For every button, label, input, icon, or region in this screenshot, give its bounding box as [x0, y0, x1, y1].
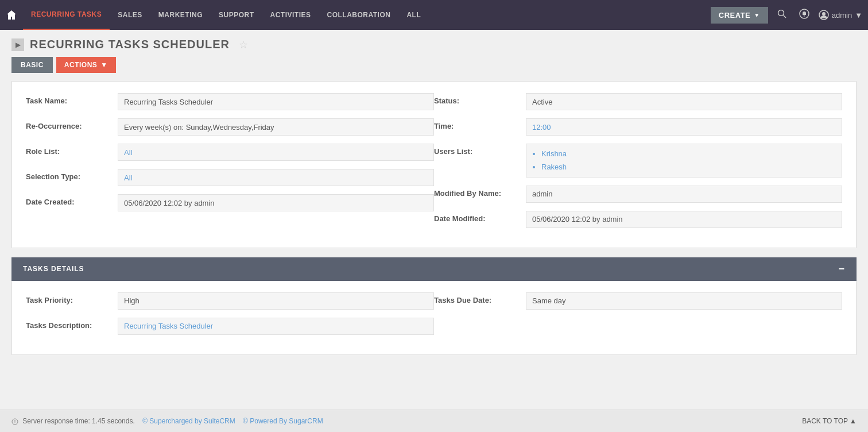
button-bar: BASIC ACTIONS ▼: [0, 57, 868, 81]
date-modified-row: Date Modified: 05/06/2020 12:02 by admin: [434, 211, 842, 228]
create-label: CREATE: [719, 11, 750, 20]
date-created-label: Date Created:: [26, 194, 118, 206]
time-value: 12:00: [526, 118, 842, 136]
date-created-value: 05/06/2020 12:02 by admin: [118, 194, 434, 211]
user-rakesh[interactable]: Rakesh: [541, 160, 836, 173]
task-priority-row: Task Priority: High: [26, 292, 434, 310]
play-button[interactable]: ▶: [11, 38, 24, 51]
page-title-bar: ▶ RECURRING TASKS SCHEDULER ☆: [0, 30, 868, 57]
time-label: Time:: [434, 118, 526, 130]
task-name-label: Task Name:: [26, 93, 118, 105]
actions-button[interactable]: ACTIONS ▼: [56, 57, 116, 73]
svg-rect-3: [803, 16, 805, 17]
nav-item-support[interactable]: SUPPORT: [211, 0, 262, 30]
right-column: Status: Active Time: 12:00 Users List: K…: [434, 93, 842, 236]
date-modified-label: Date Modified:: [434, 211, 526, 223]
role-list-value: All: [118, 144, 434, 161]
status-row: Status: Active: [434, 93, 842, 110]
user-krishna[interactable]: Krishna: [541, 147, 836, 160]
tasks-due-date-value: Same day: [526, 292, 842, 310]
user-dropdown-arrow: ▼: [855, 11, 862, 20]
task-priority-value: High: [118, 292, 434, 310]
reoccurrence-row: Re-Occurrence: Every week(s) on: Sunday,…: [26, 118, 434, 136]
task-name-row: Task Name: Recurring Tasks Scheduler: [26, 93, 434, 110]
users-list-value: Krishna Rakesh: [526, 144, 842, 178]
status-value: Active: [526, 93, 842, 110]
create-button[interactable]: CREATE ▼: [711, 7, 768, 24]
tasks-details-card: Task Priority: High Tasks Description: R…: [11, 281, 857, 355]
tasks-description-label: Tasks Description:: [26, 318, 118, 330]
tasks-fields-grid: Task Priority: High Tasks Description: R…: [26, 292, 842, 343]
status-label: Status:: [434, 93, 526, 105]
basic-button[interactable]: BASIC: [11, 57, 53, 73]
search-icon[interactable]: [774, 7, 790, 23]
fields-grid: Task Name: Recurring Tasks Scheduler Re-…: [26, 93, 842, 236]
create-dropdown-arrow: ▼: [754, 12, 760, 18]
nav-item-activities[interactable]: ACTIVITIES: [262, 0, 319, 30]
role-list-label: Role List:: [26, 144, 118, 156]
reoccurrence-value: Every week(s) on: Sunday,Wednesday,Frida…: [118, 118, 434, 136]
svg-point-0: [778, 10, 784, 16]
task-name-value: Recurring Tasks Scheduler: [118, 93, 434, 110]
main-info-card: Task Name: Recurring Tasks Scheduler Re-…: [11, 81, 857, 248]
page-title: RECURRING TASKS SCHEDULER: [30, 38, 230, 51]
users-list-row: Users List: Krishna Rakesh: [434, 144, 842, 178]
tasks-right-column: Tasks Due Date: Same day: [434, 292, 842, 343]
admin-label: admin: [832, 11, 852, 20]
nav-item-sales[interactable]: SALES: [110, 0, 150, 30]
nav-item-collaboration[interactable]: COLLABORATION: [319, 0, 399, 30]
tasks-details-title: TASKS DETAILS: [23, 265, 84, 273]
nav-item-marketing[interactable]: MARKETING: [150, 0, 211, 30]
tasks-left-column: Task Priority: High Tasks Description: R…: [26, 292, 434, 343]
user-menu[interactable]: admin ▼: [819, 10, 862, 20]
tasks-due-date-row: Tasks Due Date: Same day: [434, 292, 842, 310]
time-row: Time: 12:00: [434, 118, 842, 136]
nav-item-all[interactable]: ALL: [398, 0, 429, 30]
page-content: ▶ RECURRING TASKS SCHEDULER ☆ BASIC ACTI…: [0, 30, 868, 376]
date-modified-value: 05/06/2020 12:02 by admin: [526, 211, 842, 228]
modified-by-value: admin: [526, 186, 842, 203]
selection-type-label: Selection Type:: [26, 169, 118, 181]
selection-type-value: All: [118, 169, 434, 186]
actions-label: ACTIONS: [64, 61, 98, 69]
svg-line-1: [783, 16, 786, 18]
users-list-label: Users List:: [434, 144, 526, 156]
svg-point-5: [822, 12, 826, 16]
modified-by-label: Modified By Name:: [434, 186, 526, 198]
top-navigation: RECURRING TASKS SALES MARKETING SUPPORT …: [0, 0, 868, 30]
nav-item-recurring-tasks[interactable]: RECURRING TASKS: [23, 0, 110, 30]
nav-right: CREATE ▼ admin ▼: [711, 6, 862, 24]
task-priority-label: Task Priority:: [26, 292, 118, 304]
nav-items: RECURRING TASKS SALES MARKETING SUPPORT …: [23, 0, 711, 30]
tasks-description-row: Tasks Description: Recurring Tasks Sched…: [26, 318, 434, 335]
tasks-details-section-header: TASKS DETAILS −: [11, 257, 857, 281]
reoccurrence-label: Re-Occurrence:: [26, 118, 118, 130]
tasks-due-date-label: Tasks Due Date:: [434, 292, 526, 304]
role-list-row: Role List: All: [26, 144, 434, 161]
modified-by-row: Modified By Name: admin: [434, 186, 842, 203]
bell-icon[interactable]: [796, 6, 813, 24]
tasks-description-value: Recurring Tasks Scheduler: [118, 318, 434, 335]
date-created-row: Date Created: 05/06/2020 12:02 by admin: [26, 194, 434, 211]
left-column: Task Name: Recurring Tasks Scheduler Re-…: [26, 93, 434, 236]
home-button[interactable]: [6, 9, 17, 21]
selection-type-row: Selection Type: All: [26, 169, 434, 186]
collapse-button[interactable]: −: [838, 263, 845, 275]
favorite-star-icon[interactable]: ☆: [239, 38, 248, 51]
actions-dropdown-arrow: ▼: [100, 61, 107, 69]
